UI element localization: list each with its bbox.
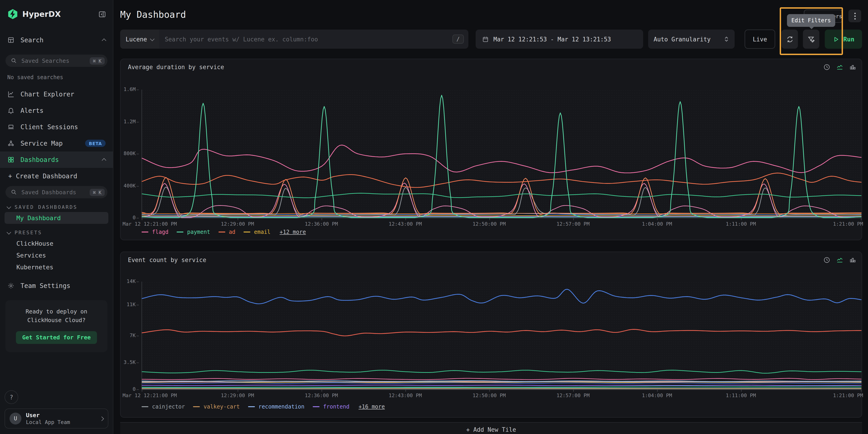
series-pink-bumps bbox=[142, 183, 861, 218]
add-new-tile-button[interactable]: + Add New Tile bbox=[120, 422, 862, 434]
get-started-button[interactable]: Get Started for Free bbox=[16, 331, 97, 344]
search-icon bbox=[11, 189, 17, 195]
legend-item[interactable]: frontend bbox=[313, 403, 349, 410]
y-axis-label: 3.5K bbox=[124, 359, 136, 365]
saved-dashboards-input[interactable] bbox=[21, 188, 86, 196]
sidebar-item-team-settings[interactable]: Team Settings bbox=[0, 277, 113, 294]
legend-item[interactable]: cainjector bbox=[142, 403, 185, 410]
chevron-up-icon bbox=[102, 38, 106, 43]
sidebar-item-chart-explorer[interactable]: Chart Explorer bbox=[0, 86, 113, 102]
legend-item[interactable]: ad bbox=[218, 229, 235, 235]
chart-panel-event-count: Event count by service 14K11K7K3.5K0 Mar… bbox=[120, 252, 862, 418]
sidebar-item-alerts[interactable]: Alerts bbox=[0, 102, 113, 119]
saved-searches-input[interactable] bbox=[21, 57, 86, 65]
line-chart-icon[interactable] bbox=[836, 64, 843, 70]
y-axis-label: 800K bbox=[124, 151, 136, 157]
chevron-right-icon bbox=[99, 416, 104, 421]
no-saved-searches-text: No saved searches bbox=[0, 67, 113, 82]
series-green-band bbox=[142, 370, 861, 373]
legend-item[interactable]: payment bbox=[177, 229, 210, 235]
x-axis-label: 12:50:00 PM bbox=[472, 221, 506, 227]
section-presets[interactable]: PRESETS bbox=[0, 228, 113, 237]
sidebar-item-clickhouse[interactable]: ClickHouse bbox=[0, 237, 113, 249]
preset-label: Kubernetes bbox=[17, 263, 54, 271]
sidebar-item-services[interactable]: Services bbox=[0, 249, 113, 261]
series-green-low bbox=[142, 386, 861, 387]
saved-searches-search[interactable]: ⌘ K bbox=[5, 55, 107, 67]
saved-dashboards-search[interactable]: ⌘ K bbox=[5, 186, 107, 198]
run-button[interactable]: Run bbox=[825, 30, 862, 49]
x-axis-label: 12:57:00 PM bbox=[556, 393, 590, 399]
time-icon[interactable] bbox=[824, 257, 830, 263]
search-icon bbox=[11, 58, 17, 64]
y-axis-label: 0 bbox=[133, 386, 136, 392]
plot-area[interactable]: 1.6M1.2M800K400K0 bbox=[142, 90, 861, 219]
x-axis-label: 12:36:00 PM bbox=[305, 393, 338, 399]
series-flagd bbox=[142, 145, 861, 173]
chart-legend: flagdpaymentademail+12 more bbox=[142, 229, 306, 235]
x-axis-label: 1:11:00 PM bbox=[726, 393, 756, 399]
granularity-value: Auto Granularity bbox=[654, 36, 724, 42]
sidebar-item-client-sessions[interactable]: Client Sessions bbox=[0, 119, 113, 135]
shortcut-badge: ⌘ K bbox=[90, 189, 105, 196]
edit-filters-tooltip: Edit Filters bbox=[787, 14, 835, 27]
sidebar-item-label: Team Settings bbox=[21, 282, 105, 289]
hyperdx-logo-icon bbox=[7, 9, 18, 20]
dashboard-menu-button[interactable] bbox=[848, 9, 861, 22]
series-purple-flat bbox=[142, 216, 861, 216]
page-title: My Dashboard bbox=[120, 9, 186, 20]
chevron-down-icon bbox=[7, 204, 11, 209]
x-axis: Mar 12 12:21:00 PM12:29:00 PM12:36:00 PM… bbox=[142, 221, 861, 228]
sidebar-item-service-map[interactable]: Service Map BETA bbox=[0, 135, 113, 152]
x-axis-label: 12:29:00 PM bbox=[221, 221, 254, 227]
bar-chart-icon[interactable] bbox=[849, 257, 856, 263]
chart-canvas bbox=[142, 90, 861, 222]
sidebar-item-label: Dashboards bbox=[21, 156, 96, 163]
query-language-select[interactable]: Lucene bbox=[120, 30, 159, 49]
legend-item[interactable]: flagd bbox=[142, 229, 168, 235]
y-axis: 1.6M1.2M800K400K0 bbox=[121, 90, 139, 218]
series-payment bbox=[142, 95, 861, 218]
section-saved-dashboards[interactable]: SAVED DASHBOARDS bbox=[0, 202, 113, 212]
granularity-select[interactable]: Auto Granularity bbox=[648, 30, 735, 49]
preset-label: Services bbox=[17, 252, 46, 259]
live-button[interactable]: Live bbox=[745, 30, 775, 49]
add-new-tile-label: + Add New Tile bbox=[466, 426, 516, 434]
series-teal-low bbox=[142, 388, 861, 388]
series-pink-mid bbox=[142, 378, 861, 380]
brand-name: HyperDX bbox=[22, 9, 93, 19]
plot-area[interactable]: 14K11K7K3.5K0 bbox=[142, 281, 861, 390]
series-blue-mid bbox=[142, 383, 861, 383]
legend-more-link[interactable]: +12 more bbox=[280, 229, 306, 235]
sidebar-item-my-dashboard[interactable]: My Dashboard bbox=[5, 212, 108, 224]
user-menu[interactable]: U User Local App Team bbox=[5, 408, 108, 429]
clickhouse-cloud-promo: Ready to deploy on ClickHouse Cloud? Get… bbox=[5, 300, 107, 352]
sidebar-item-dashboards[interactable]: Dashboards bbox=[0, 152, 113, 168]
date-range-picker[interactable]: Mar 12 12:21:53 - Mar 12 13:21:53 bbox=[476, 30, 643, 49]
legend-item[interactable]: valkey-cart bbox=[193, 403, 240, 410]
legend-item[interactable]: recommendation bbox=[248, 403, 304, 410]
event-search-input[interactable] bbox=[159, 36, 453, 42]
refresh-button[interactable] bbox=[781, 30, 798, 49]
x-axis-label: Mar 12 12:21:00 PM bbox=[123, 393, 177, 399]
bar-chart-icon[interactable] bbox=[849, 64, 856, 70]
series-recommendation bbox=[142, 381, 861, 382]
x-axis: Mar 12 12:21:00 PM12:29:00 PM12:36:00 PM… bbox=[142, 393, 861, 399]
sidebar-item-label: Service Map bbox=[21, 140, 79, 147]
sidebar-item-search[interactable]: Search bbox=[0, 32, 113, 48]
x-axis-label: 1:04:00 PM bbox=[642, 393, 672, 399]
chart-panel-average-duration: Average duration by service 1.6M1.2M800K… bbox=[120, 59, 862, 240]
help-button[interactable]: ? bbox=[5, 390, 18, 404]
legend-item[interactable]: email bbox=[244, 229, 270, 235]
sidebar-item-kubernetes[interactable]: Kubernetes bbox=[0, 261, 113, 273]
legend-more-link[interactable]: +16 more bbox=[359, 403, 385, 410]
filter-button[interactable] bbox=[803, 30, 819, 49]
x-axis-label: 1:21:00 PM bbox=[833, 393, 863, 399]
sidebar-collapse-icon[interactable] bbox=[97, 9, 106, 19]
sidebar: HyperDX Search ⌘ K No saved searches Cha… bbox=[0, 0, 113, 434]
create-dashboard-button[interactable]: + Create Dashboard bbox=[0, 168, 113, 184]
query-language-label: Lucene bbox=[126, 36, 147, 42]
x-axis-label: 12:36:00 PM bbox=[305, 221, 338, 227]
time-icon[interactable] bbox=[824, 64, 830, 70]
line-chart-icon[interactable] bbox=[836, 257, 843, 263]
